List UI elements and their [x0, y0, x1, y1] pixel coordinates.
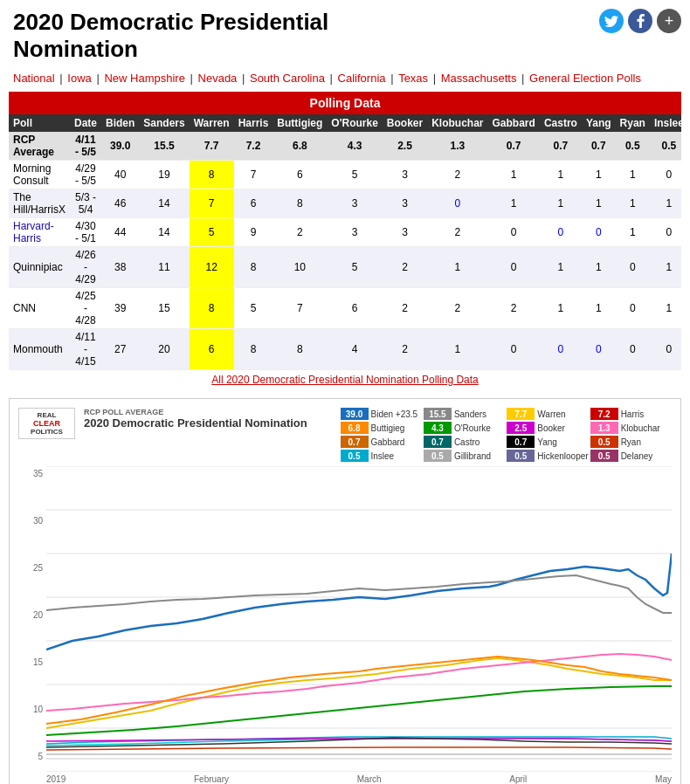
- chart-legend: 39.0Biden +23.515.5Sanders7.7Warren7.2Ha…: [341, 408, 673, 462]
- col-date: Date: [70, 114, 101, 132]
- y-axis: 35 30 25 20 15 10 5: [18, 466, 46, 764]
- legend-item: 2.5Booker: [507, 422, 588, 434]
- table-row: The Hill/HarrisX5/3 - 5/4461476833011111…: [9, 189, 681, 218]
- col-castro: Castro: [540, 114, 582, 132]
- x-axis-labels: 2019 February March April May: [46, 774, 672, 784]
- col-booker: Booker: [383, 114, 427, 132]
- twitter-button[interactable]: [599, 9, 624, 33]
- col-warren: Warren: [190, 114, 234, 132]
- rcp-logo: REAL CLEAR POLITICS: [18, 408, 75, 439]
- chart-section: REAL CLEAR POLITICS RCP POLL AVERAGE 202…: [9, 398, 681, 784]
- legend-item: 0.7Castro: [424, 436, 505, 448]
- chart-header: REAL CLEAR POLITICS RCP POLL AVERAGE 202…: [18, 408, 672, 462]
- legend-item: 0.5Inslee: [341, 450, 422, 462]
- legend-item: 1.3Klobuchar: [590, 422, 672, 434]
- legend-item: 0.5Hickenlooper: [507, 450, 588, 462]
- table-row: Quinnipiac4/26 - 4/2938111281052101101Bi…: [9, 247, 681, 288]
- legend-item: 4.3O'Rourke: [424, 422, 505, 434]
- poll-table: Poll Date Biden Sanders Warren Harris Bu…: [9, 114, 681, 370]
- col-klobuchar: Klobuchar: [427, 114, 487, 132]
- col-buttigieg: Buttigieg: [273, 114, 327, 132]
- page-title: 2020 Democratic Presidential Nomination: [13, 9, 677, 63]
- col-sanders: Sanders: [139, 114, 189, 132]
- legend-item: 6.8Buttigieg: [341, 422, 422, 434]
- main-chart-container: 35 30 25 20 15 10 5: [18, 466, 672, 784]
- col-biden: Biden: [101, 114, 139, 132]
- chart-subtitle: RCP POLL AVERAGE: [84, 408, 332, 416]
- page-header: 2020 Democratic Presidential Nomination: [0, 0, 690, 67]
- legend-item: 0.7Yang: [507, 436, 588, 448]
- nav-south-carolina[interactable]: South Carolina: [250, 72, 325, 85]
- nav-texas[interactable]: Texas: [398, 72, 428, 85]
- col-harris: Harris: [234, 114, 273, 132]
- legend-item: 7.2Harris: [590, 408, 672, 420]
- facebook-button[interactable]: [628, 9, 652, 33]
- more-button[interactable]: +: [657, 9, 681, 33]
- nav-iowa[interactable]: Iowa: [67, 72, 91, 85]
- table-row: RCP Average4/11 - 5/539.015.57.77.26.84.…: [9, 132, 681, 161]
- nav-new-hampshire[interactable]: New Hampshire: [104, 72, 184, 85]
- col-ryan: Ryan: [616, 114, 650, 132]
- col-gabbard: Gabbard: [488, 114, 540, 132]
- table-row: CNN4/25 - 4/28391585762221101Biden +24: [9, 288, 681, 329]
- chart-title-section: RCP POLL AVERAGE 2020 Democratic Preside…: [84, 408, 332, 430]
- nav-national[interactable]: National: [13, 72, 55, 85]
- main-chart-area: 2019 February March April May: [46, 466, 672, 784]
- legend-item: 0.7Gabbard: [341, 436, 422, 448]
- legend-item: 0.5Ryan: [590, 436, 672, 448]
- legend-item: 0.5Delaney: [590, 450, 672, 462]
- col-yang: Yang: [582, 114, 616, 132]
- table-row: Morning Consult4/29 - 5/5401987653211110…: [9, 161, 681, 189]
- nav-nevada[interactable]: Nevada: [198, 72, 238, 85]
- nav-california[interactable]: California: [338, 72, 386, 85]
- section-header: Polling Data: [9, 92, 681, 114]
- nav-bar: National | Iowa | New Hampshire | Nevada…: [0, 67, 690, 92]
- nav-massachusetts[interactable]: Massachusetts: [441, 72, 517, 85]
- col-poll: Poll: [9, 114, 70, 132]
- legend-item: 7.7Warren: [507, 408, 588, 420]
- col-orourke: O'Rourke: [327, 114, 383, 132]
- chart-title-main: 2020 Democratic Presidential Nomination: [84, 416, 332, 430]
- footnote: All 2020 Democratic Presidential Nominat…: [9, 370, 681, 389]
- legend-item: 0.5Gillibrand: [424, 450, 505, 462]
- legend-item: 15.5Sanders: [424, 408, 505, 420]
- main-chart-svg: [46, 466, 672, 772]
- col-inslee: Inslee: [650, 114, 681, 132]
- table-row: Monmouth4/11 - 4/15272068842100000Biden …: [9, 329, 681, 370]
- polling-table-wrapper: Polling Data Poll Date Biden Sanders War…: [9, 92, 681, 389]
- table-row: Harvard-Harris4/30 - 5/1441459233200010B…: [9, 218, 681, 247]
- nav-general-election[interactable]: General Election Polls: [529, 72, 641, 85]
- footnote-link[interactable]: All 2020 Democratic Presidential Nominat…: [211, 374, 478, 386]
- legend-item: 39.0Biden +23.5: [341, 408, 422, 420]
